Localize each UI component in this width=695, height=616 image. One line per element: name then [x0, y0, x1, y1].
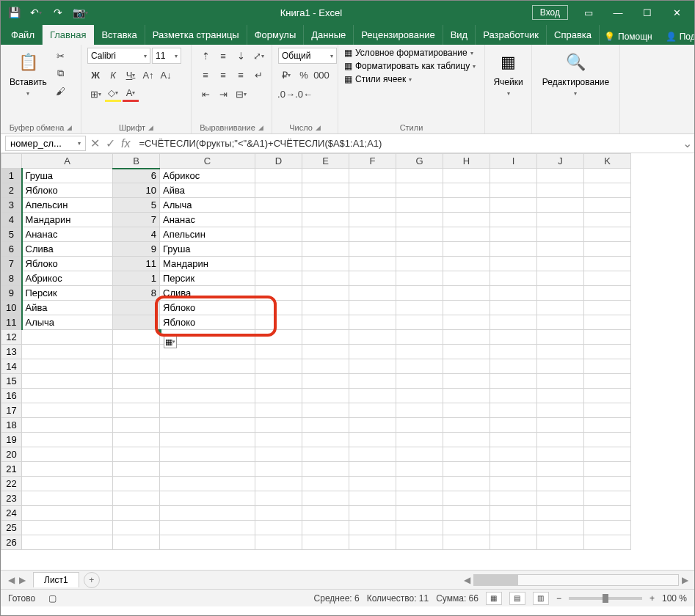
cell[interactable] — [396, 169, 443, 183]
cell[interactable] — [443, 521, 490, 535]
align-bottom-icon[interactable]: ⇣ — [233, 48, 249, 64]
cell[interactable]: Алыча — [160, 198, 255, 213]
login-button[interactable]: Вход — [532, 5, 568, 20]
cell[interactable] — [443, 462, 490, 477]
cell[interactable] — [396, 418, 443, 433]
cell[interactable] — [443, 477, 490, 491]
cell[interactable]: Яблоко — [22, 257, 113, 271]
cell[interactable] — [302, 535, 349, 550]
cell[interactable] — [255, 242, 302, 257]
row-header[interactable]: 18 — [1, 418, 22, 433]
cell[interactable] — [537, 271, 584, 286]
align-left-icon[interactable]: ≡ — [197, 67, 214, 83]
cell[interactable] — [349, 301, 396, 315]
cell[interactable] — [349, 227, 396, 242]
cell[interactable] — [443, 345, 490, 359]
cell[interactable] — [584, 213, 631, 227]
cell[interactable] — [255, 257, 302, 271]
formula-input[interactable]: =СЧЁТЕСЛИ(Фрукты;"<"&A1)+СЧЁТЕСЛИ($A$1:A… — [134, 134, 680, 153]
cell[interactable] — [396, 213, 443, 227]
cell[interactable] — [584, 330, 631, 345]
row-header[interactable]: 2 — [1, 183, 22, 198]
cell[interactable] — [396, 198, 443, 213]
cell[interactable] — [349, 198, 396, 213]
row-header[interactable]: 22 — [1, 477, 22, 491]
cell[interactable] — [160, 477, 255, 491]
cell[interactable]: Слива — [22, 242, 113, 257]
cell[interactable] — [22, 491, 113, 506]
dialog-launcher-icon[interactable]: ◢ — [258, 124, 263, 131]
column-header[interactable]: I — [490, 154, 537, 169]
cell[interactable] — [490, 433, 537, 447]
align-center-icon[interactable]: ≡ — [215, 67, 231, 83]
cell[interactable] — [490, 257, 537, 271]
cell[interactable] — [584, 227, 631, 242]
cancel-icon[interactable]: ✕ — [90, 136, 100, 150]
cell[interactable] — [537, 491, 584, 506]
row-header[interactable]: 8 — [1, 271, 22, 286]
zoom-in-icon[interactable]: + — [649, 593, 655, 604]
sheet-next-icon[interactable]: ▶ — [19, 575, 26, 585]
copy-icon[interactable]: ⧉ — [53, 65, 69, 81]
minimize-icon[interactable]: — — [603, 2, 633, 23]
undo-icon[interactable]: ↶▾ — [26, 2, 46, 23]
cell[interactable] — [302, 433, 349, 447]
cell[interactable] — [302, 286, 349, 301]
cell[interactable] — [255, 183, 302, 198]
zoom-level[interactable]: 100 % — [662, 593, 687, 604]
cell[interactable] — [490, 521, 537, 535]
italic-button[interactable]: К — [105, 67, 121, 83]
cell[interactable] — [22, 506, 113, 521]
cell[interactable] — [443, 227, 490, 242]
cell[interactable] — [160, 491, 255, 506]
cell[interactable] — [490, 286, 537, 301]
cell[interactable] — [255, 535, 302, 550]
cell[interactable] — [113, 462, 160, 477]
zoom-out-icon[interactable]: − — [556, 593, 561, 604]
cell[interactable] — [443, 183, 490, 198]
cell[interactable] — [160, 521, 255, 535]
cell[interactable] — [255, 418, 302, 433]
cell[interactable] — [160, 389, 255, 403]
cell[interactable] — [490, 315, 537, 330]
formatpainter-icon[interactable]: 🖌 — [53, 83, 69, 99]
cell[interactable] — [396, 183, 443, 198]
cell[interactable] — [490, 462, 537, 477]
share-button[interactable]: 👤 Поделиться — [661, 29, 695, 45]
currency-icon[interactable]: ₽▾ — [278, 67, 294, 83]
cell[interactable] — [537, 462, 584, 477]
number-format-combo[interactable]: Общий▾ — [278, 48, 337, 64]
cell[interactable] — [22, 462, 113, 477]
cell[interactable]: Ананас — [22, 227, 113, 242]
cell[interactable] — [255, 345, 302, 359]
sheet-prev-icon[interactable]: ◀ — [8, 575, 15, 585]
cell[interactable] — [396, 286, 443, 301]
cell[interactable] — [396, 271, 443, 286]
tab-review[interactable]: Рецензирование — [354, 25, 443, 45]
cell[interactable] — [349, 535, 396, 550]
cell[interactable] — [160, 433, 255, 447]
cell[interactable] — [490, 359, 537, 374]
cell[interactable] — [490, 330, 537, 345]
fill-handle[interactable] — [157, 329, 161, 334]
cell[interactable] — [160, 506, 255, 521]
decrease-font-icon[interactable]: A↓ — [158, 67, 174, 83]
cell[interactable] — [349, 491, 396, 506]
cell[interactable] — [443, 403, 490, 418]
cell[interactable] — [302, 447, 349, 462]
cell[interactable] — [349, 213, 396, 227]
page-layout-icon[interactable]: ▤ — [509, 592, 525, 605]
cell[interactable] — [349, 345, 396, 359]
cell[interactable] — [302, 330, 349, 345]
zoom-slider[interactable] — [569, 597, 642, 600]
cell[interactable] — [22, 403, 113, 418]
cell[interactable] — [22, 535, 113, 550]
row-header[interactable]: 5 — [1, 227, 22, 242]
row-header[interactable]: 24 — [1, 506, 22, 521]
cell[interactable] — [255, 213, 302, 227]
cell[interactable] — [490, 506, 537, 521]
orientation-icon[interactable]: ⤢▾ — [250, 48, 266, 64]
row-header[interactable]: 10 — [1, 301, 22, 315]
cut-icon[interactable]: ✂ — [53, 48, 69, 64]
cell[interactable] — [396, 447, 443, 462]
